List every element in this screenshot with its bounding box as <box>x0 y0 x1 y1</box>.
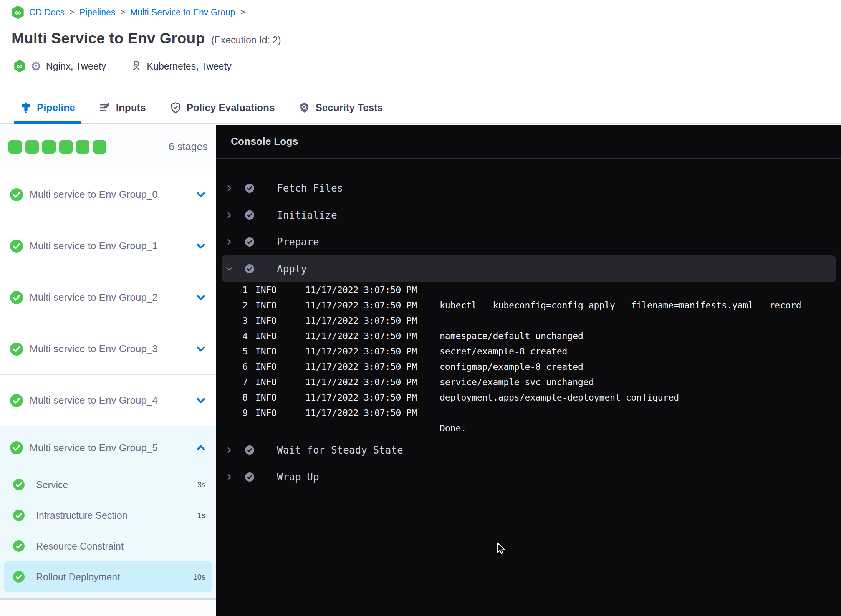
progress-square <box>93 140 106 154</box>
step-duration: 1s <box>197 511 205 520</box>
pipeline-icon <box>20 102 32 114</box>
chevron-down-icon[interactable] <box>195 189 206 200</box>
console-logs-panel: Console Logs Fetch Files Initialize Prep… <box>216 125 841 616</box>
log-timestamp: 11/17/2022 3:07:50 PM <box>305 344 440 359</box>
breadcrumb-link-pipeline-name[interactable]: Multi Service to Env Group <box>130 7 235 18</box>
chevron-right-icon[interactable] <box>225 184 233 192</box>
tab-security-tests[interactable]: Security Tests <box>298 92 383 123</box>
environments-group: Kubernetes, Tweety <box>131 60 232 72</box>
log-line: 4 INFO 11/17/2022 3:07:50 PM namespace/d… <box>238 328 841 344</box>
console-step-prepare[interactable]: Prepare <box>216 229 841 255</box>
log-timestamp <box>305 421 440 436</box>
stage-row[interactable]: Multi service to Env Group_2 <box>0 272 216 323</box>
stage-label: Multi service to Env Group_1 <box>30 240 195 252</box>
cd-module-icon: ∞ <box>14 60 25 73</box>
breadcrumb-link-pipelines[interactable]: Pipelines <box>79 7 115 18</box>
policy-shield-check-icon <box>170 102 182 114</box>
log-timestamp: 11/17/2022 3:07:50 PM <box>305 328 440 344</box>
log-level: INFO <box>255 359 305 374</box>
page-title: Multi Service to Env Group <box>12 30 205 47</box>
stage-label: Multi service to Env Group_5 <box>30 442 195 454</box>
console-step-wait-steady-state[interactable]: Wait for Steady State <box>216 437 841 464</box>
log-level: INFO <box>255 328 305 344</box>
tab-label: Inputs <box>116 102 146 114</box>
console-step-label: Initialize <box>277 209 337 221</box>
step-row-rollout-deployment[interactable]: Rollout Deployment 10s <box>4 561 212 592</box>
stage-label: Multi service to Env Group_0 <box>30 189 195 200</box>
log-line: 8 INFO 11/17/2022 3:07:50 PM deployment.… <box>238 390 841 405</box>
stage-row[interactable]: Multi service to Env Group_4 <box>0 375 216 426</box>
chevron-up-icon[interactable] <box>195 442 206 453</box>
step-row-service[interactable]: Service 3s <box>0 469 216 500</box>
log-line: 9 INFO 11/17/2022 3:07:50 PM <box>238 405 841 421</box>
log-timestamp: 11/17/2022 3:07:50 PM <box>305 298 440 313</box>
log-line-number: 3 <box>238 313 248 328</box>
log-output: 1 INFO 11/17/2022 3:07:50 PM 2 INFO 11/1… <box>216 282 841 436</box>
log-line-number: 9 <box>238 405 248 421</box>
chevron-down-icon[interactable] <box>195 241 206 252</box>
progress-square <box>25 140 39 154</box>
stage-row[interactable]: Multi service to Env Group_0 <box>0 169 216 220</box>
console-step-label: Apply <box>277 263 307 275</box>
chevron-right-icon[interactable] <box>225 473 233 481</box>
log-message: kubectl --kubeconfig=config apply --file… <box>440 298 841 313</box>
step-label: Service <box>36 479 197 490</box>
log-message: service/example-svc unchanged <box>440 374 841 390</box>
chevron-right-icon[interactable] <box>225 211 233 219</box>
log-message <box>440 405 841 421</box>
console-step-label: Fetch Files <box>277 182 343 194</box>
breadcrumb-link-cd-docs[interactable]: CD Docs <box>29 7 65 18</box>
tab-pipeline[interactable]: Pipeline <box>20 92 75 123</box>
chevron-right-icon[interactable] <box>225 238 233 246</box>
chevron-down-icon[interactable] <box>195 292 206 303</box>
chevron-right-icon[interactable] <box>225 446 233 454</box>
console-header: Console Logs <box>216 125 841 159</box>
step-success-icon <box>245 445 255 455</box>
log-line: 7 INFO 11/17/2022 3:07:50 PM service/exa… <box>238 374 841 390</box>
step-row-resource-constraint[interactable]: Resource Constraint <box>0 531 216 561</box>
log-line: 5 INFO 11/17/2022 3:07:50 PM secret/exam… <box>238 344 841 359</box>
log-level: INFO <box>255 405 305 421</box>
stage-row[interactable]: Multi service to Env Group_1 <box>0 220 216 272</box>
log-timestamp: 11/17/2022 3:07:50 PM <box>305 374 440 390</box>
console-step-wrap-up[interactable]: Wrap Up <box>216 464 841 490</box>
stage-row-expanded[interactable]: Multi service to Env Group_5 <box>0 426 216 469</box>
harness-cd-logo-icon: ∞ <box>12 5 24 19</box>
stages-progress-header: 6 stages <box>0 125 216 169</box>
log-message: deployment.apps/example-deployment confi… <box>440 390 841 405</box>
tab-inputs[interactable]: Inputs <box>99 92 146 123</box>
log-line-number: 5 <box>238 344 248 359</box>
chevron-down-icon[interactable] <box>195 344 206 354</box>
success-check-icon <box>10 343 23 356</box>
success-check-icon <box>10 291 23 304</box>
step-success-icon <box>245 264 255 274</box>
log-level: INFO <box>255 298 305 313</box>
log-line-number <box>238 421 248 436</box>
stage-row[interactable]: Multi service to Env Group_3 <box>0 323 216 375</box>
tab-policy-evaluations[interactable]: Policy Evaluations <box>170 92 275 123</box>
log-line-done: Done. <box>238 421 841 436</box>
step-row-infrastructure[interactable]: Infrastructure Section 1s <box>0 500 216 531</box>
log-message: Done. <box>440 421 841 436</box>
main-content: 6 stages Multi service to Env Group_0 Mu… <box>0 125 841 616</box>
log-level: INFO <box>255 344 305 359</box>
log-timestamp: 11/17/2022 3:07:50 PM <box>305 390 440 405</box>
console-step-apply[interactable]: Apply <box>222 255 836 282</box>
environment-icon <box>131 60 142 72</box>
execution-id-label: (Execution Id: 2) <box>211 35 281 46</box>
chevron-down-icon[interactable] <box>195 395 206 406</box>
console-step-fetch-files[interactable]: Fetch Files <box>216 175 841 202</box>
log-line: 3 INFO 11/17/2022 3:07:50 PM <box>238 313 841 328</box>
console-steps: Fetch Files Initialize Prepare Apply <box>216 159 841 282</box>
console-step-initialize[interactable]: Initialize <box>216 202 841 229</box>
console-title: Console Logs <box>231 136 298 147</box>
log-level: INFO <box>255 282 305 298</box>
breadcrumb-separator-icon: > <box>70 7 74 17</box>
log-level: INFO <box>255 390 305 405</box>
chevron-down-icon[interactable] <box>225 265 233 273</box>
stage-label: Multi service to Env Group_2 <box>30 291 195 303</box>
log-timestamp: 11/17/2022 3:07:50 PM <box>305 405 440 421</box>
title-row: Multi Service to Env Group (Execution Id… <box>12 30 281 47</box>
success-check-icon <box>10 441 23 454</box>
step-success-icon <box>245 472 255 482</box>
